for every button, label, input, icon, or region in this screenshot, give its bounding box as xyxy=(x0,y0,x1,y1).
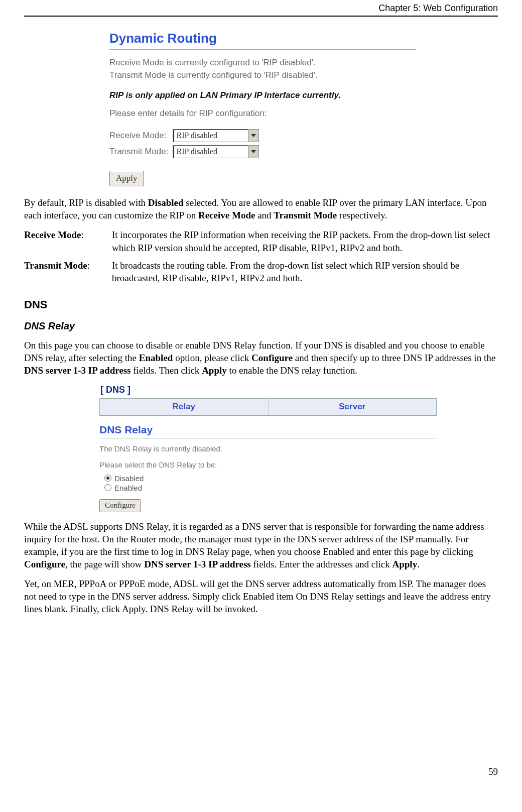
radio-disabled-label: Disabled xyxy=(114,474,144,483)
definition-transmit-mode: Transmit Mode: It broadcasts the routing… xyxy=(24,259,498,284)
dr-title: Dynamic Routing xyxy=(109,31,416,46)
receive-mode-value: RIP disabled xyxy=(173,131,248,140)
dns-tabs: Relay Server xyxy=(99,398,437,416)
dr-prompt: Please enter details for RIP configurati… xyxy=(109,108,416,119)
radio-icon xyxy=(104,484,111,491)
radio-enabled-label: Enabled xyxy=(114,484,142,492)
dns-prompt: Please select the DNS Relay to be: xyxy=(99,459,436,471)
configure-button[interactable]: Configure xyxy=(99,499,141,512)
header-rule xyxy=(24,16,498,17)
dns-relay-screenshot: [ DNS ] Relay Server DNS Relay The DNS R… xyxy=(99,384,436,512)
definition-receive-mode: Receive Mode: It incorporates the RIP in… xyxy=(24,228,498,254)
paragraph-rip-intro: By default, RIP is disabled with Disable… xyxy=(24,196,498,221)
tab-relay[interactable]: Relay xyxy=(100,399,269,415)
radio-icon xyxy=(104,475,111,482)
tab-server[interactable]: Server xyxy=(269,399,437,415)
dns-subtitle: DNS Relay xyxy=(99,424,436,436)
dr-note: RIP is only applied on LAN Primary IP In… xyxy=(109,90,416,100)
dr-form: Receive Mode: RIP disabled Transmit Mode… xyxy=(109,128,259,160)
dns-breadcrumb: [ DNS ] xyxy=(99,384,436,398)
heading-dns: DNS xyxy=(24,298,498,311)
paragraph-dns-relay-mer: Yet, on MER, PPPoA or PPPoE mode, ADSL w… xyxy=(24,577,498,615)
transmit-mode-select[interactable]: RIP disabled xyxy=(173,145,259,158)
chevron-down-icon xyxy=(248,146,258,158)
dr-status-tx: Transmit Mode is currently configured to… xyxy=(109,69,416,82)
heading-dns-relay: DNS Relay xyxy=(24,320,498,332)
dns-divider xyxy=(99,438,436,438)
dr-rx-label: Receive Mode: xyxy=(109,128,172,144)
running-header: Chapter 5: Web Configuration xyxy=(24,0,498,16)
paragraph-dns-relay-intro: On this page you can choose to disable o… xyxy=(24,339,498,377)
apply-button[interactable]: Apply xyxy=(109,171,144,186)
chevron-down-icon xyxy=(248,130,258,142)
page-number: 59 xyxy=(24,766,498,777)
dynamic-routing-screenshot: Dynamic Routing Receive Mode is currentl… xyxy=(109,31,416,186)
radio-enabled[interactable]: Enabled xyxy=(104,484,436,492)
dns-status: The DNS Relay is currently disabled. xyxy=(99,443,436,455)
radio-disabled[interactable]: Disabled xyxy=(104,474,436,483)
receive-mode-select[interactable]: RIP disabled xyxy=(173,129,259,142)
paragraph-dns-relay-detail: While the ADSL supports DNS Relay, it is… xyxy=(24,520,498,570)
dr-tx-label: Transmit Mode: xyxy=(109,144,172,160)
transmit-mode-value: RIP disabled xyxy=(173,147,248,156)
dr-status-rx: Receive Mode is currently configured to … xyxy=(109,57,416,69)
dr-divider xyxy=(109,49,416,50)
